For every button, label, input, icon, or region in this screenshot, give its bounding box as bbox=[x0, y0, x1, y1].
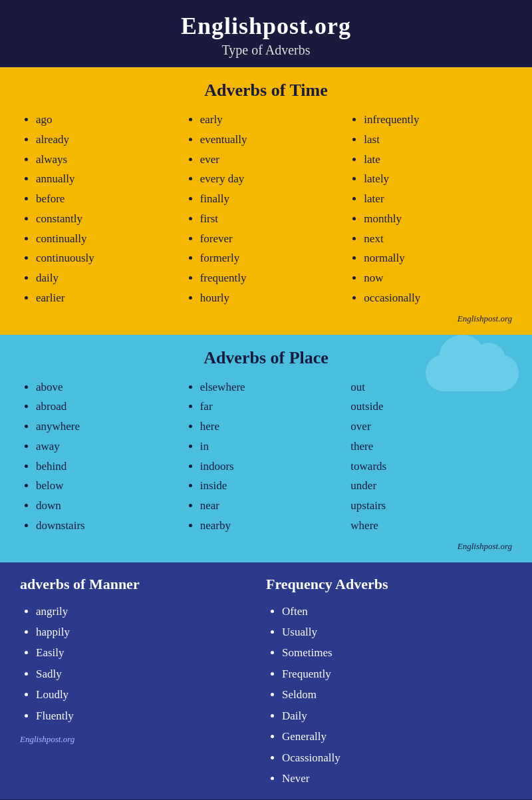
time-list-2: early eventually ever every day finally … bbox=[184, 110, 348, 308]
list-item: under bbox=[350, 476, 512, 496]
list-item: towards bbox=[350, 457, 512, 477]
time-section: Adverbs of Time ago already always annua… bbox=[0, 67, 532, 335]
list-item: first bbox=[200, 209, 348, 229]
header-section: Englishpost.org Type of Adverbs bbox=[0, 0, 532, 67]
place-list-3: out outside over there towards under ups… bbox=[348, 377, 512, 536]
place-col-1: above abroad anywhere away behind below … bbox=[20, 377, 184, 536]
manner-attribution: Englishpost.org bbox=[20, 734, 266, 745]
list-item: late bbox=[364, 150, 512, 170]
list-item: over bbox=[350, 417, 512, 437]
list-item: Easily bbox=[36, 642, 266, 663]
list-item: Sometimes bbox=[282, 642, 512, 663]
list-item: daily bbox=[36, 268, 184, 288]
list-item: continually bbox=[36, 229, 184, 249]
time-section-title: Adverbs of Time bbox=[20, 81, 512, 100]
list-item: finally bbox=[200, 189, 348, 209]
place-list-1: above abroad anywhere away behind below … bbox=[20, 377, 184, 536]
list-item: every day bbox=[200, 169, 348, 189]
list-item: Sadly bbox=[36, 664, 266, 684]
list-item: indoors bbox=[200, 457, 348, 477]
site-title: Englishpost.org bbox=[7, 12, 525, 40]
list-item: Never bbox=[282, 768, 512, 789]
list-item: constantly bbox=[36, 209, 184, 229]
place-section: Adverbs of Place above abroad anywhere a… bbox=[0, 335, 532, 562]
list-item: Frequently bbox=[282, 664, 512, 684]
list-item: always bbox=[36, 150, 184, 170]
frequency-half: Frequency Adverbs Often Usually Sometime… bbox=[266, 576, 512, 789]
list-item: abroad bbox=[36, 397, 184, 417]
frequency-list: Often Usually Sometimes Frequently Seldo… bbox=[266, 601, 512, 789]
manner-list: angrily happily Easily Sadly Loudly Flue… bbox=[20, 601, 266, 727]
list-item: ever bbox=[200, 150, 348, 170]
time-col-1: ago already always annually before const… bbox=[20, 110, 184, 308]
list-item: there bbox=[350, 437, 512, 457]
list-item: far bbox=[200, 397, 348, 417]
list-item: frequently bbox=[200, 268, 348, 288]
list-item: above bbox=[36, 377, 184, 397]
time-col-2: early eventually ever every day finally … bbox=[184, 110, 348, 308]
list-item: anywhere bbox=[36, 417, 184, 437]
list-item: annually bbox=[36, 169, 184, 189]
list-item: infrequently bbox=[364, 110, 512, 130]
list-item: behind bbox=[36, 457, 184, 477]
list-item: inside bbox=[200, 476, 348, 496]
list-item: Daily bbox=[282, 705, 512, 726]
list-item: later bbox=[364, 189, 512, 209]
list-item: Seldom bbox=[282, 684, 512, 705]
list-item: before bbox=[36, 189, 184, 209]
list-item: Loudly bbox=[36, 684, 266, 705]
list-item: Fluently bbox=[36, 705, 266, 726]
list-item: Ocassionally bbox=[282, 747, 512, 768]
list-item: Generally bbox=[282, 726, 512, 747]
cloud-decoration bbox=[426, 355, 519, 391]
list-item: near bbox=[200, 496, 348, 516]
list-item: elsewhere bbox=[200, 377, 348, 397]
manner-frequency-section: adverbs of Manner angrily happily Easily… bbox=[0, 562, 532, 800]
list-item: down bbox=[36, 496, 184, 516]
list-item: now bbox=[364, 268, 512, 288]
list-item: away bbox=[36, 437, 184, 457]
list-item: in bbox=[200, 437, 348, 457]
list-item: normally bbox=[364, 248, 512, 268]
list-item: Usually bbox=[282, 622, 512, 642]
place-list-2: elsewhere far here in indoors inside nea… bbox=[184, 377, 348, 536]
list-item: hourly bbox=[200, 288, 348, 308]
manner-title: adverbs of Manner bbox=[20, 576, 266, 593]
list-item: earlier bbox=[36, 288, 184, 308]
list-item: monthly bbox=[364, 209, 512, 229]
list-item: continuously bbox=[36, 248, 184, 268]
list-item: downstairs bbox=[36, 516, 184, 536]
list-item: nearby bbox=[200, 516, 348, 536]
list-item: ago bbox=[36, 110, 184, 130]
time-list-1: ago already always annually before const… bbox=[20, 110, 184, 308]
place-attribution: Englishpost.org bbox=[20, 541, 512, 552]
list-item: happily bbox=[36, 622, 266, 642]
list-item: already bbox=[36, 130, 184, 150]
list-item: forever bbox=[200, 229, 348, 249]
list-item: angrily bbox=[36, 601, 266, 622]
list-item: upstairs bbox=[350, 496, 512, 516]
list-item: next bbox=[364, 229, 512, 249]
list-item: formerly bbox=[200, 248, 348, 268]
list-item: early bbox=[200, 110, 348, 130]
list-item: outside bbox=[350, 397, 512, 417]
time-columns: ago already always annually before const… bbox=[20, 110, 512, 308]
manner-half: adverbs of Manner angrily happily Easily… bbox=[20, 576, 266, 789]
page-subtitle: Type of Adverbs bbox=[7, 43, 525, 58]
time-col-3: infrequently last late lately later mont… bbox=[348, 110, 512, 308]
list-item: where bbox=[350, 516, 512, 536]
list-item: below bbox=[36, 476, 184, 496]
place-col-3: out outside over there towards under ups… bbox=[348, 377, 512, 536]
place-columns: above abroad anywhere away behind below … bbox=[20, 377, 512, 536]
time-attribution: Englishpost.org bbox=[20, 313, 512, 324]
list-item: occasionally bbox=[364, 288, 512, 308]
list-item: here bbox=[200, 417, 348, 437]
time-list-3: infrequently last late lately later mont… bbox=[348, 110, 512, 308]
list-item: eventually bbox=[200, 130, 348, 150]
list-item: last bbox=[364, 130, 512, 150]
frequency-title: Frequency Adverbs bbox=[266, 576, 512, 593]
place-col-2: elsewhere far here in indoors inside nea… bbox=[184, 377, 348, 536]
list-item: Often bbox=[282, 601, 512, 622]
list-item: lately bbox=[364, 169, 512, 189]
